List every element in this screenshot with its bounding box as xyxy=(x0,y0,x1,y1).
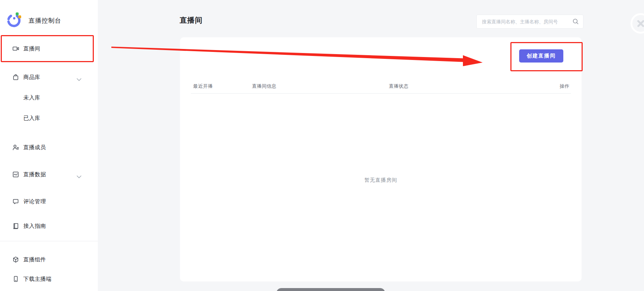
app-logo-icon xyxy=(6,12,22,29)
chevron-down-icon[interactable] xyxy=(77,76,81,83)
create-live-room-button[interactable]: 创建直播间 xyxy=(519,49,563,63)
sidebar-item-live-data[interactable]: 直播数据 xyxy=(0,167,98,182)
chevron-down-icon[interactable] xyxy=(77,173,81,180)
app-title: 直播控制台 xyxy=(28,16,61,25)
search-icon[interactable] xyxy=(572,18,579,25)
sidebar-item-label: 直播数据 xyxy=(23,171,46,178)
column-header-actions: 操作 xyxy=(560,83,570,90)
bottom-toolbar-pill[interactable] xyxy=(276,288,385,291)
phone-icon xyxy=(12,275,19,283)
sidebar-subitem-label: 未入库 xyxy=(23,94,41,101)
sidebar-item-comment-management[interactable]: 评论管理 xyxy=(0,194,98,209)
sidebar-item-download-streamer-client[interactable]: 下载主播端 xyxy=(0,272,98,286)
brand: 直播控制台 xyxy=(6,12,61,29)
sidebar-item-label: 直播组件 xyxy=(23,256,46,263)
column-header-room-info: 直播间信息 xyxy=(252,83,277,90)
sidebar: 直播控制台 直播间 商品库 xyxy=(0,0,98,291)
members-icon xyxy=(12,144,19,151)
cube-icon xyxy=(12,256,19,263)
chart-icon xyxy=(12,171,19,178)
sidebar-divider xyxy=(0,241,98,241)
sidebar-item-product-library[interactable]: 商品库 xyxy=(0,70,98,84)
sidebar-item-not-in-stock[interactable]: 未入库 xyxy=(0,90,98,105)
sidebar-item-live-room[interactable]: 直播间 xyxy=(0,41,98,56)
close-icon[interactable] xyxy=(630,13,644,34)
sidebar-item-label: 下载主播端 xyxy=(23,276,52,283)
guide-icon xyxy=(12,222,19,230)
sidebar-item-live-components[interactable]: 直播组件 xyxy=(0,252,98,267)
sidebar-item-access-guide[interactable]: 接入指南 xyxy=(0,219,98,233)
column-header-live-status: 直播状态 xyxy=(389,83,409,90)
sidebar-item-label: 直播成员 xyxy=(23,144,46,151)
page-title: 直播间 xyxy=(180,15,203,25)
bag-icon xyxy=(12,73,19,81)
sidebar-item-label: 商品库 xyxy=(23,74,41,81)
sidebar-item-live-members[interactable]: 直播成员 xyxy=(0,140,98,155)
live-console-window: 直播控制台 直播间 商品库 xyxy=(0,0,644,291)
video-icon xyxy=(12,45,19,52)
sidebar-item-label: 评论管理 xyxy=(23,198,46,205)
live-room-card xyxy=(180,37,582,281)
sidebar-item-label: 直播间 xyxy=(23,45,41,52)
column-header-recent-broadcast: 最近开播 xyxy=(193,83,213,90)
sidebar-item-in-stock[interactable]: 已入库 xyxy=(0,111,98,125)
search-input[interactable] xyxy=(477,15,572,28)
sidebar-subitem-label: 已入库 xyxy=(23,115,41,122)
empty-state-text: 暂无直播房间 xyxy=(180,177,582,184)
sidebar-item-label: 接入指南 xyxy=(23,223,46,230)
search-box xyxy=(476,15,583,29)
table-header-row: 最近开播 直播间信息 直播状态 操作 xyxy=(191,80,571,94)
comment-icon xyxy=(12,198,19,205)
